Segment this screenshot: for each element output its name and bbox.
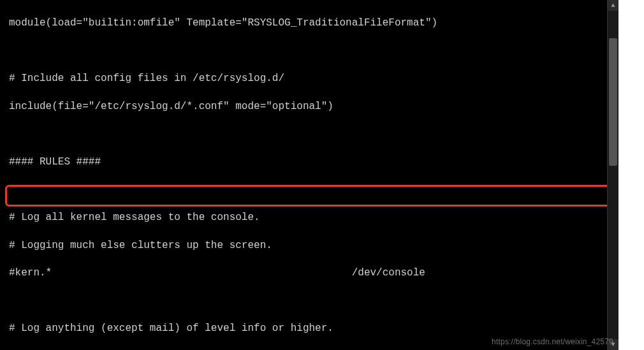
watermark-text: https://blog.csdn.net/weixin_42579 <box>492 337 613 346</box>
config-line <box>9 128 618 142</box>
side-panel: 1 gici; <box>618 0 644 350</box>
config-line <box>9 183 618 197</box>
config-line: # Log anything (except mail) of level in… <box>9 322 618 336</box>
terminal-window: module(load="builtin:omfile" Template="R… <box>0 0 618 350</box>
config-line <box>9 44 618 58</box>
config-line: #### RULES #### <box>9 156 618 170</box>
config-line: include(file="/etc/rsyslog.d/*.conf" mod… <box>9 100 618 114</box>
config-line: module(load="builtin:omfile" Template="R… <box>9 17 618 31</box>
config-line: # Include all config files in /etc/rsysl… <box>9 72 618 86</box>
scroll-thumb[interactable] <box>609 38 617 166</box>
config-line: #kern.* /dev/console <box>9 266 618 281</box>
config-line: # Log all kernel messages to the console… <box>9 211 618 225</box>
terminal-content[interactable]: module(load="builtin:omfile" Template="R… <box>0 0 618 350</box>
config-line <box>9 295 618 309</box>
vertical-scrollbar[interactable]: ▲ ▼ <box>607 0 618 350</box>
scroll-up-button[interactable]: ▲ <box>608 0 618 11</box>
config-line: # Logging much else clutters up the scre… <box>9 239 618 253</box>
